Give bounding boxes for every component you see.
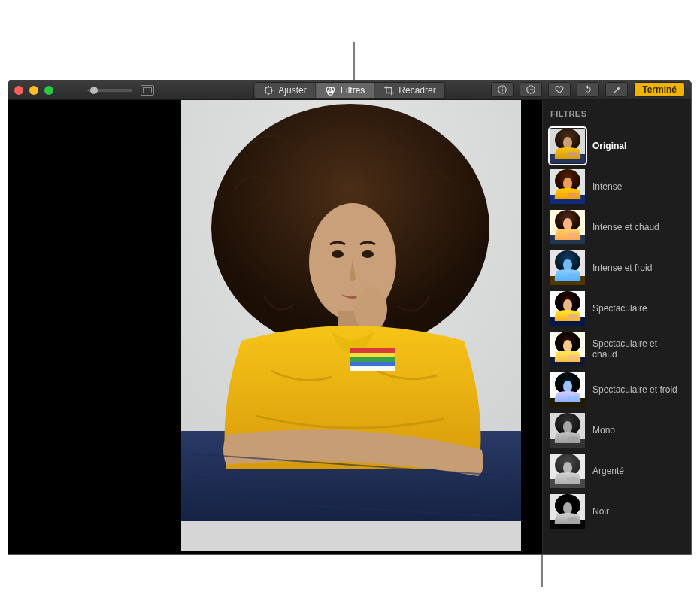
edit-mode-tabs: Ajuster Filtres Recadrer	[253, 82, 445, 99]
adjust-icon	[263, 85, 274, 96]
svg-point-41	[563, 218, 572, 230]
window-controls	[14, 86, 53, 95]
close-window-button[interactable]	[14, 86, 23, 95]
filter-label: Mono	[592, 425, 615, 436]
svg-rect-23	[350, 362, 395, 366]
svg-rect-24	[350, 366, 395, 371]
done-button[interactable]: Terminé	[634, 82, 685, 97]
svg-point-57	[567, 355, 579, 360]
filter-thumbnail	[550, 169, 585, 204]
filter-thumbnail	[550, 291, 585, 326]
filter-label: Intense et chaud	[592, 222, 659, 232]
filter-thumbnail	[550, 332, 585, 366]
minimize-window-button[interactable]	[29, 86, 38, 95]
svg-rect-20	[350, 348, 395, 353]
filter-item[interactable]: Noir	[549, 491, 685, 532]
tab-crop[interactable]: Recadrer	[374, 83, 444, 98]
filter-list: Original Intense Intense et chaud	[549, 126, 685, 532]
svg-point-47	[567, 274, 579, 278]
filter-label: Spectaculaire	[592, 303, 647, 314]
svg-point-31	[563, 137, 572, 149]
zoom-slider[interactable]	[87, 89, 132, 92]
filter-thumbnail	[550, 372, 585, 407]
filter-label: Intense	[592, 181, 622, 192]
svg-point-61	[563, 381, 572, 393]
filter-label: Original	[592, 141, 626, 151]
svg-point-36	[563, 178, 572, 190]
svg-point-46	[563, 259, 572, 271]
fullscreen-window-button[interactable]	[44, 86, 53, 95]
svg-point-0	[265, 87, 272, 93]
svg-point-9	[530, 89, 532, 90]
zoom-fit-button[interactable]	[141, 85, 154, 96]
filter-thumbnail	[550, 210, 585, 244]
svg-point-72	[567, 477, 579, 481]
rotate-button[interactable]	[577, 82, 599, 97]
app-window: Ajuster Filtres Recadrer	[8, 80, 692, 555]
svg-rect-22	[350, 357, 395, 362]
filter-label: Argenté	[592, 466, 624, 476]
info-button[interactable]	[491, 82, 514, 97]
filter-item[interactable]: Spectaculaire	[549, 288, 685, 329]
sidebar-title: FILTRES	[549, 108, 685, 126]
filter-label: Noir	[592, 506, 609, 517]
filter-label: Intense et froid	[592, 263, 652, 273]
svg-point-8	[529, 89, 530, 90]
filter-thumbnail	[550, 454, 585, 488]
svg-point-71	[563, 462, 572, 474]
magic-button[interactable]	[605, 82, 628, 97]
svg-point-51	[563, 299, 572, 311]
zoom-slider-thumb[interactable]	[90, 87, 98, 94]
svg-rect-21	[350, 353, 395, 357]
crop-icon	[383, 85, 394, 96]
tab-filters[interactable]: Filtres	[317, 83, 375, 98]
filter-thumbnail	[550, 494, 585, 529]
svg-point-37	[567, 193, 579, 197]
filter-thumbnail	[550, 250, 585, 285]
favorite-button[interactable]	[548, 82, 571, 97]
content-area: FILTRES Original Intense	[8, 100, 691, 554]
more-button[interactable]	[520, 82, 542, 97]
photo-canvas[interactable]	[8, 100, 542, 554]
filter-thumbnail	[550, 413, 585, 448]
svg-rect-5	[502, 89, 503, 92]
tab-filters-label: Filtres	[341, 85, 365, 96]
svg-point-56	[563, 340, 572, 352]
svg-point-32	[567, 152, 579, 156]
tab-crop-label: Recadrer	[398, 85, 435, 96]
tab-adjust-label: Ajuster	[278, 85, 306, 96]
filter-item[interactable]: Mono	[549, 410, 685, 451]
filter-item[interactable]: Intense et chaud	[549, 207, 685, 247]
filter-item[interactable]: Intense	[549, 166, 685, 207]
svg-rect-6	[502, 87, 503, 88]
svg-point-66	[563, 421, 572, 433]
toolbar-right: Terminé	[491, 82, 685, 97]
filters-sidebar: FILTRES Original Intense	[542, 100, 691, 554]
svg-point-52	[567, 314, 579, 319]
done-button-label: Terminé	[642, 84, 677, 95]
svg-point-67	[567, 436, 579, 441]
svg-rect-13	[181, 521, 521, 551]
svg-point-76	[563, 502, 572, 514]
filter-item[interactable]: Intense et froid	[549, 247, 685, 288]
tab-adjust[interactable]: Ajuster	[254, 83, 316, 98]
svg-point-77	[567, 517, 579, 522]
filters-icon	[326, 85, 336, 96]
filter-item[interactable]: Spectaculaire et chaud	[549, 329, 685, 369]
filter-item[interactable]: Original	[549, 126, 685, 166]
svg-point-10	[532, 89, 534, 90]
filter-label: Spectaculaire et chaud	[592, 338, 683, 360]
filter-thumbnail	[550, 129, 585, 163]
filter-item[interactable]: Argenté	[549, 451, 685, 491]
main-photo	[181, 100, 521, 551]
svg-point-18	[362, 250, 374, 258]
svg-point-42	[567, 233, 579, 238]
titlebar: Ajuster Filtres Recadrer	[8, 80, 691, 100]
svg-point-17	[332, 250, 344, 258]
svg-point-62	[567, 396, 579, 400]
filter-item[interactable]: Spectaculaire et froid	[549, 369, 685, 410]
filter-label: Spectaculaire et froid	[592, 384, 677, 395]
